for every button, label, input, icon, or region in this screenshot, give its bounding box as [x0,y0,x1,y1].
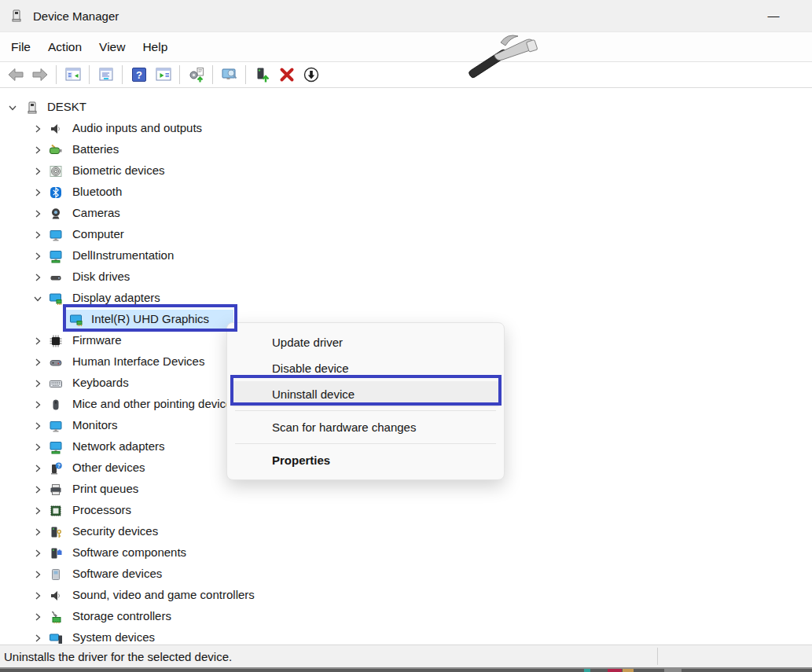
tree-item-label: Human Interface Devices [72,354,204,368]
networkpc-icon [49,440,63,454]
toolbar-separator [212,65,213,84]
hid-icon [49,355,63,369]
properties-button[interactable] [94,64,118,86]
disable-device-button[interactable] [299,64,323,86]
toolbar-separator [56,65,57,84]
chevron-right-icon[interactable] [31,483,44,496]
update-device-driver-button[interactable] [250,64,274,86]
toolbar-separator [122,65,123,84]
chevron-right-icon[interactable] [31,335,44,347]
tree-item-label: Network adapters [72,439,165,453]
menu-file[interactable]: File [2,32,39,61]
show-hide-console-tree-button[interactable] [61,64,85,86]
tree-item-label: Security devices [72,524,158,538]
minimize-button[interactable]: — [757,0,790,30]
back-button[interactable] [3,64,28,86]
help-button[interactable]: ? [127,64,151,86]
status-bar-divider [657,648,658,665]
tree-item-dellinstrumentation[interactable]: DellInstrumentation [0,246,812,267]
tree-item-label: Bluetooth [72,185,122,198]
toolbar-separator [245,65,246,84]
toolbar-separator [89,65,90,84]
chevron-down-icon[interactable] [6,101,19,114]
chevron-right-icon[interactable] [31,441,44,454]
chevron-right-icon[interactable] [31,505,44,517]
tree-item-audio-inputs-and-outputs[interactable]: Audio inputs and outputs [0,119,812,140]
chevron-right-icon[interactable] [31,420,44,432]
chevron-right-icon[interactable] [31,526,44,538]
tree-item-processors[interactable]: Processors [0,501,812,522]
tree-item-security-devices[interactable]: Security devices [0,522,812,543]
tree-item-sound-video-and-game-controllers[interactable]: Sound, video and game controllers [0,586,812,607]
chevron-right-icon[interactable] [31,250,44,263]
chip-icon [49,334,63,348]
chevron-right-icon[interactable] [31,632,44,644]
tree-item-label: Software components [72,545,186,559]
chevron-right-icon[interactable] [31,356,44,369]
context-menu-item-disable-device[interactable]: Disable device [231,355,500,381]
chevron-right-icon[interactable] [31,611,44,623]
svg-text:?: ? [57,463,61,468]
monitor-icon [49,419,63,433]
softcomponent-icon [49,546,63,560]
tree-item-label: Cameras [72,206,120,219]
tree-item-display-adapters[interactable]: Display adapters [0,288,812,310]
chevron-down-icon[interactable] [31,292,44,305]
forward-button[interactable] [28,64,52,86]
uninstall-device-button[interactable] [274,64,299,86]
chevron-right-icon[interactable] [31,123,44,135]
chevron-right-icon[interactable] [31,207,44,220]
menu-help[interactable]: Help [134,32,176,61]
tree-item-storage-controllers[interactable]: Storage controllers [0,607,812,628]
chevron-right-icon[interactable] [31,398,44,411]
tree-item-label: Software devices [72,567,162,580]
tree-item-computer[interactable]: Computer [0,225,812,246]
toolbar: ? [0,62,812,88]
context-menu-item-scan-for-hardware-changes[interactable]: Scan for hardware changes [231,414,500,440]
tree-item-biometric-devices[interactable]: Biometric devices [0,161,812,182]
tree-item-label: DESKT [47,100,86,113]
tree-item-label: Storage controllers [72,609,171,622]
menu-action[interactable]: Action [39,32,90,61]
scan-hardware-changes-button[interactable] [217,64,241,86]
speaker-icon [49,122,63,136]
update-driver-button[interactable] [184,64,208,86]
chevron-right-icon[interactable] [31,165,44,178]
chevron-right-icon[interactable] [31,589,44,602]
chevron-right-icon[interactable] [31,568,44,581]
chevron-right-icon[interactable] [31,462,44,475]
context-menu-item-update-driver[interactable]: Update driver [231,329,500,355]
menu-view[interactable]: View [90,32,134,61]
chevron-right-icon[interactable] [31,547,44,560]
tree-item-label: Print queues [72,482,138,495]
tree-item-print-queues[interactable]: Print queues [0,479,812,501]
chevron-right-icon[interactable] [31,377,44,390]
tree-item-disk-drives[interactable]: Disk drives [0,267,812,288]
svg-text:?: ? [136,69,142,81]
context-menu-item-uninstall-device[interactable]: Uninstall device [231,381,500,407]
tree-item-system-devices[interactable]: System devices [0,628,812,644]
chevron-right-icon[interactable] [31,186,44,199]
tree-item-label: Mice and other pointing devices [72,397,238,410]
chevron-right-icon[interactable] [31,144,44,156]
tree-item-label: System devices [72,630,155,644]
context-menu-item-properties[interactable]: Properties [231,447,500,473]
tree-item-batteries[interactable]: Batteries [0,140,812,161]
menu-bar: FileActionViewHelp [0,31,812,62]
tree-item-label: Processors [72,503,131,516]
tree-item-software-components[interactable]: Software components [0,543,812,564]
tree-item-bluetooth[interactable]: Bluetooth [0,182,812,204]
chevron-right-icon[interactable] [31,271,44,284]
tree-item-label: Keyboards [72,376,129,389]
device-manager-window: Device Manager — FileActionViewHelp ? DE… [0,0,812,672]
action-pane-button[interactable] [151,64,175,86]
tree-item-cameras[interactable]: Cameras [0,204,812,225]
tree-item-software-devices[interactable]: Software devices [0,564,812,586]
monitor-icon [49,228,63,242]
systemdev-icon [49,631,63,644]
tree-item-label: Batteries [72,142,119,156]
chevron-right-icon[interactable] [31,229,44,241]
tree-item-deskt[interactable]: DESKT [0,97,812,119]
battery-icon [49,143,63,157]
gpu-icon [69,313,83,327]
